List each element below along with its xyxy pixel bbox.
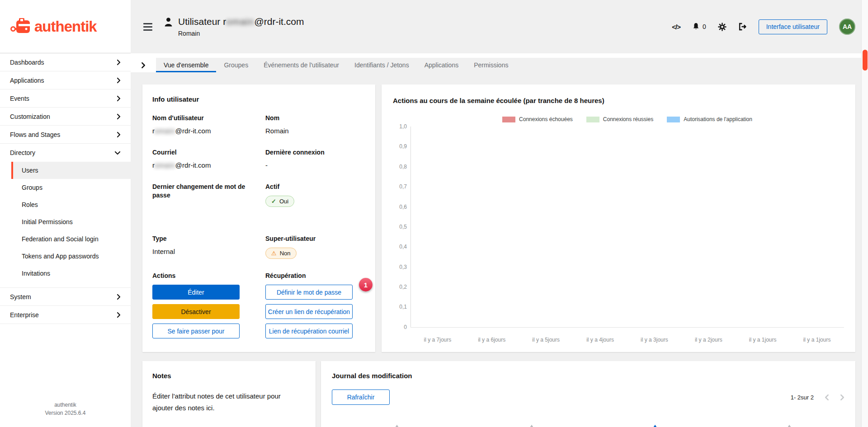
sidebar-item-directory[interactable]: Directory: [0, 144, 131, 162]
page-title: Utilisateur romain@rdr-it.com: [178, 16, 304, 27]
tab-scroll-right-button[interactable]: [131, 58, 156, 72]
x-axis-tick: il y a 3jours: [627, 337, 682, 343]
app-root: authentik Dashboards Applications Events…: [0, 0, 868, 427]
field-name: Nom Romain: [265, 114, 365, 136]
sidebar-item-events[interactable]: Events: [0, 89, 131, 108]
api-code-icon[interactable]: </>: [672, 23, 680, 31]
scrollbar-thumb[interactable]: [863, 50, 868, 70]
chart-legend: Connexions échouées Connexions réussies …: [410, 116, 844, 122]
x-axis-labels: il y a 7jours il y a 6jours il y a 5jour…: [410, 337, 844, 343]
notifications-button[interactable]: 0: [692, 23, 706, 31]
gear-icon: [718, 23, 726, 31]
page-title-block: Utilisateur romain@rdr-it.com Romain: [163, 16, 304, 37]
sidebar-subitem-label: Initial Permissions: [22, 218, 73, 225]
sidebar-item-flows-and-stages[interactable]: Flows and Stages: [0, 126, 131, 144]
pagination: 1- 2sur 2: [791, 394, 844, 401]
table-sort-icon[interactable]: [530, 425, 533, 427]
pagination-next-button[interactable]: [840, 394, 844, 401]
pagination-prev-button[interactable]: [825, 394, 829, 401]
hamburger-menu-icon[interactable]: [143, 23, 152, 31]
sign-out-button[interactable]: [738, 23, 747, 31]
user-icon: [163, 17, 174, 27]
chevron-right-icon: [117, 77, 121, 84]
legend-swatch: [586, 117, 599, 122]
y-axis-line: [410, 127, 411, 327]
chevron-right-icon: [117, 312, 121, 318]
y-axis-tick: 0,3: [393, 264, 407, 270]
field-type: Type Internal: [152, 235, 265, 259]
x-axis-tick: il y a 7jours: [410, 337, 465, 343]
brand-logo[interactable]: authentik: [0, 0, 131, 53]
brand-name: authentik: [34, 18, 97, 35]
avatar[interactable]: AA: [839, 19, 855, 35]
sidebar-item-customization[interactable]: Customization: [0, 108, 131, 126]
bell-icon: [692, 23, 700, 31]
sidebar-item-dashboards[interactable]: Dashboards: [0, 53, 131, 71]
deactivate-button[interactable]: Désactiver: [152, 304, 240, 319]
sidebar: authentik Dashboards Applications Events…: [0, 0, 131, 427]
refresh-button[interactable]: Rafraîchir: [332, 389, 390, 405]
header-divider: [131, 53, 868, 58]
sidebar-item-label: System: [10, 293, 31, 300]
sidebar-item-enterprise[interactable]: Enterprise: [0, 306, 131, 324]
sidebar-item-label: Dashboards: [10, 59, 44, 66]
chart-plot-area: 1,0 0,9 0,8 0,7 0,6 0,5 0,4 0,3 0,2 0,1 …: [393, 127, 844, 327]
sidebar-item-tokens[interactable]: Tokens and App passwords: [11, 248, 131, 265]
y-axis-tick: 0,5: [393, 224, 407, 230]
user-interface-button[interactable]: Interface utilisateur: [759, 19, 827, 34]
y-axis-tick: 0,7: [393, 183, 407, 190]
scrollbar-track[interactable]: [861, 0, 868, 427]
sidebar-item-federation[interactable]: Federation and Social login: [11, 230, 131, 248]
table-sort-icon[interactable]: [653, 425, 657, 427]
settings-button[interactable]: [718, 23, 726, 31]
sidebar-subitem-label: Users: [22, 167, 38, 174]
check-icon: ✓: [271, 198, 276, 205]
x-axis-tick: il y a 1jours: [736, 337, 790, 343]
tab-groups[interactable]: Groupes: [216, 58, 256, 72]
legend-swatch: [667, 117, 680, 122]
tab-user-events[interactable]: Événements de l'utilisateur: [256, 58, 347, 72]
y-axis-tick: 1,0: [393, 123, 407, 130]
sidebar-item-applications[interactable]: Applications: [0, 71, 131, 89]
y-axis-tick: 0,6: [393, 204, 407, 210]
card-title: Journal des modification: [332, 372, 844, 380]
tab-applications[interactable]: Applications: [417, 58, 467, 72]
sidebar-item-initial-permissions[interactable]: Initial Permissions: [11, 213, 131, 230]
table-sort-icon[interactable]: [395, 425, 399, 427]
annotation-badge: 1: [359, 278, 373, 291]
sidebar-item-system[interactable]: System: [0, 288, 131, 306]
page-content: Info utilisateur Nom d'utilisateur romai…: [131, 72, 868, 427]
sidebar-item-label: Customization: [10, 113, 50, 120]
sidebar-item-invitations[interactable]: Invitations: [11, 265, 131, 282]
version-app-name: authentik: [0, 401, 131, 409]
actions-chart-card: Actions au cours de la semaine écoulée (…: [382, 84, 855, 352]
tab-credentials-tokens[interactable]: Identifiants / Jetons: [347, 58, 417, 72]
chevron-down-icon: [114, 151, 121, 155]
x-axis-tick: il y a 6jours: [465, 337, 519, 343]
impersonate-button[interactable]: Se faire passer pour: [152, 324, 240, 338]
chevron-right-icon: [117, 59, 121, 66]
chevron-right-icon: [117, 95, 121, 102]
tab-overview[interactable]: Vue d'ensemble: [156, 58, 216, 72]
y-axis-tick: 0,2: [393, 284, 407, 290]
sidebar-subitem-label: Roles: [22, 201, 38, 208]
set-password-button[interactable]: Définir le mot de passe: [265, 285, 353, 300]
page-header: Utilisateur romain@rdr-it.com Romain </>…: [131, 0, 868, 53]
notes-body-text: Éditer l'attribut notes de cet utilisate…: [152, 390, 288, 414]
version-footer: authentik Version 2025.6.4: [0, 401, 131, 417]
x-axis-tick: il y a 5jours: [519, 337, 573, 343]
x-axis-tick: il y a 2jours: [681, 337, 736, 343]
page-subtitle: Romain: [178, 30, 304, 37]
create-recovery-link-button[interactable]: Créer un lien de récupération: [265, 304, 353, 319]
sidebar-item-groups[interactable]: Groups: [11, 179, 131, 196]
tab-permissions[interactable]: Permissions: [466, 58, 516, 72]
edit-button[interactable]: Éditer: [152, 285, 240, 300]
y-axis-tick: 0,8: [393, 164, 407, 170]
email-recovery-link-button[interactable]: Lien de récupération courriel: [265, 324, 353, 338]
table-sort-icon[interactable]: [788, 425, 791, 427]
sidebar-item-users[interactable]: Users: [11, 162, 131, 179]
actions-column: Actions Éditer Désactiver Se faire passe…: [152, 272, 265, 338]
sidebar-item-roles[interactable]: Roles: [11, 196, 131, 213]
y-axis-tick: 0,4: [393, 244, 407, 250]
legend-item-app-authorizations: Autorisations de l'application: [667, 116, 752, 122]
